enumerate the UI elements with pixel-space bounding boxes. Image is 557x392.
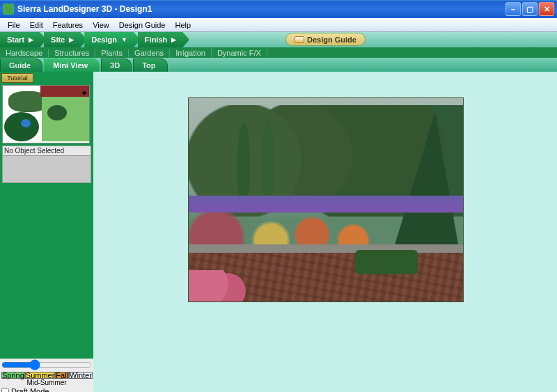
phase-finish[interactable]: Finish▶ bbox=[138, 32, 189, 47]
chevron-down-icon: ▼ bbox=[121, 36, 127, 43]
design-guide-button[interactable]: Design Guide bbox=[285, 33, 366, 46]
window-titlebar: Sierra LandDesigner 3D - Design1 – ▢ ✕ bbox=[0, 0, 557, 18]
subtab-irrigation[interactable]: Irrigation bbox=[170, 49, 212, 57]
menu-bar: File Edit Features View Design Guide Hel… bbox=[0, 18, 557, 32]
chevron-right-icon: ▶ bbox=[171, 36, 176, 43]
minimize-button[interactable]: – bbox=[505, 2, 521, 16]
menu-features[interactable]: Features bbox=[48, 19, 88, 31]
menu-file[interactable]: File bbox=[3, 19, 25, 31]
season-slider[interactable] bbox=[1, 359, 92, 370]
window-title: Sierra LandDesigner 3D - Design1 bbox=[17, 4, 505, 14]
season-panel: Spring Summer Fall Winter Mid-Summer Dra… bbox=[0, 359, 93, 392]
book-icon bbox=[295, 36, 304, 43]
menu-design-guide[interactable]: Design Guide bbox=[114, 19, 171, 31]
subtab-structures[interactable]: Structures bbox=[49, 49, 95, 57]
menu-help[interactable]: Help bbox=[170, 19, 196, 31]
selection-status: No Object Selected bbox=[2, 146, 91, 155]
phase-start[interactable]: Start▶ bbox=[0, 32, 47, 47]
viewtab-mini-view[interactable]: Mini View bbox=[44, 58, 100, 72]
render-preview bbox=[188, 97, 464, 302]
season-caption: Mid-Summer bbox=[1, 379, 92, 386]
sidebar: Tutorial ✦ No Object Selected Spring Sum… bbox=[0, 72, 93, 392]
maximize-button[interactable]: ▢ bbox=[522, 2, 538, 16]
inspector-panel bbox=[2, 155, 91, 183]
viewtab-top[interactable]: Top bbox=[133, 58, 167, 72]
app-icon bbox=[3, 3, 14, 15]
subtab-plants[interactable]: Plants bbox=[95, 49, 129, 57]
menu-edit[interactable]: Edit bbox=[25, 19, 48, 31]
menu-view[interactable]: View bbox=[88, 19, 114, 31]
viewtab-3d[interactable]: 3D bbox=[101, 58, 132, 72]
subtab-dynamic-fx[interactable]: Dynamic F/X bbox=[212, 49, 267, 57]
design-subtabs: Hardscape Structures Plants Gardens Irri… bbox=[0, 47, 557, 58]
view-tabs: Guide Mini View 3D Top bbox=[0, 58, 557, 72]
chevron-right-icon: ▶ bbox=[69, 36, 74, 43]
subtab-gardens[interactable]: Gardens bbox=[129, 49, 170, 57]
season-legend: Spring Summer Fall Winter bbox=[1, 372, 92, 379]
draft-mode-toggle[interactable]: Draft Mode bbox=[1, 386, 92, 392]
mini-map[interactable]: ✦ bbox=[2, 85, 90, 143]
phase-bar: Start▶ Site▶ Design▼ Finish▶ Design Guid… bbox=[0, 32, 557, 47]
phase-design[interactable]: Design▼ bbox=[84, 32, 141, 47]
draft-mode-checkbox[interactable] bbox=[1, 388, 9, 393]
tutorial-button[interactable]: Tutorial bbox=[1, 73, 33, 83]
viewtab-guide[interactable]: Guide bbox=[0, 58, 42, 72]
close-button[interactable]: ✕ bbox=[539, 2, 554, 16]
chevron-right-icon: ▶ bbox=[29, 36, 33, 43]
phase-site[interactable]: Site▶ bbox=[44, 32, 87, 47]
subtab-hardscape[interactable]: Hardscape bbox=[0, 49, 49, 57]
viewport-3d[interactable] bbox=[93, 72, 557, 392]
